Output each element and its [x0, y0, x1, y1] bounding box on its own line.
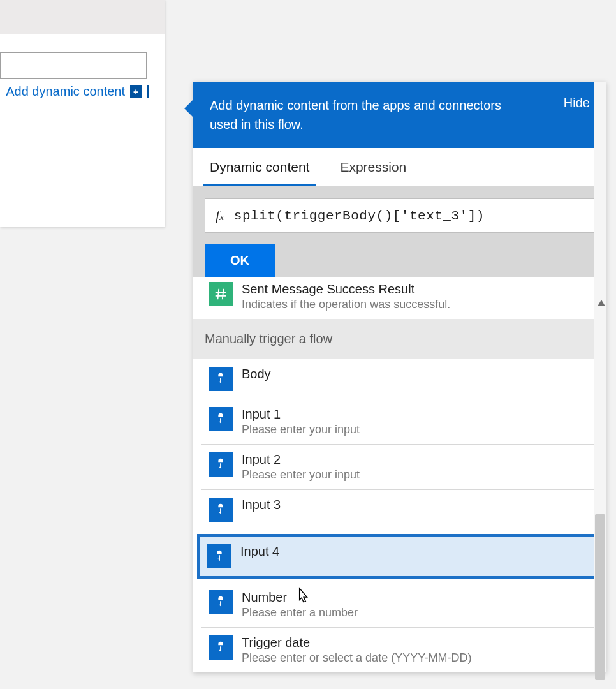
plus-icon[interactable]: +: [130, 85, 142, 98]
expression-area: fx split(triggerBody()['text_3']) OK: [193, 187, 606, 277]
item-title: Input 2: [242, 452, 360, 467]
item-sub: Please enter your input: [242, 423, 360, 436]
item-title: Number: [242, 590, 358, 605]
scroll-up-icon[interactable]: [598, 300, 605, 306]
item-sub: Please enter a number: [242, 606, 358, 619]
trigger-icon: [209, 590, 233, 614]
token-list: Sent Message Success Result Indicates if…: [193, 277, 606, 672]
list-item-input2[interactable]: Input 2 Please enter your input: [201, 445, 599, 490]
item-sub: Please enter your input: [242, 468, 360, 482]
item-title: Input 3: [242, 498, 281, 512]
ok-button[interactable]: OK: [205, 244, 275, 277]
trigger-icon: [207, 544, 231, 568]
item-title: Sent Message Success Result: [242, 282, 450, 297]
card-header: [0, 0, 165, 34]
list-item[interactable]: Sent Message Success Result Indicates if…: [201, 277, 599, 319]
add-dynamic-link[interactable]: Add dynamic content: [6, 84, 125, 99]
action-card: Add dynamic content +: [0, 0, 165, 227]
section-header: Manually trigger a flow: [193, 319, 606, 359]
plus-side: [147, 85, 149, 98]
tabs: Dynamic content Expression: [193, 148, 606, 187]
list-item-number[interactable]: Number Please enter a number: [201, 582, 599, 628]
item-title: Body: [242, 367, 271, 382]
flyout-arrow-icon: [184, 100, 193, 117]
trigger-icon: [209, 452, 233, 477]
expression-input[interactable]: fx split(triggerBody()['text_3']): [205, 198, 595, 233]
item-sub: Please enter or select a date (YYYY-MM-D…: [242, 651, 471, 665]
item-title: Trigger date: [242, 635, 471, 650]
flyout-header-text: Add dynamic content from the apps and co…: [210, 96, 516, 134]
item-sub: Indicates if the operation was successfu…: [242, 298, 450, 311]
add-dynamic-row[interactable]: Add dynamic content +: [0, 79, 165, 99]
list-item-trigger-date[interactable]: Trigger date Please enter or select a da…: [201, 628, 599, 672]
trigger-icon: [209, 407, 233, 431]
hide-button[interactable]: Hide: [564, 96, 590, 110]
tab-dynamic-content[interactable]: Dynamic content: [203, 148, 316, 186]
item-title: Input 4: [240, 544, 279, 559]
item-title: Input 1: [242, 407, 360, 422]
trigger-icon: [209, 498, 233, 522]
fx-icon: fx: [205, 207, 234, 224]
scrollbar[interactable]: [594, 82, 606, 672]
expression-code: split(triggerBody()['text_3']): [234, 209, 485, 223]
trigger-icon: [209, 367, 233, 391]
hash-icon: [209, 282, 233, 306]
list-item-input4[interactable]: Input 4: [197, 534, 603, 579]
list-item-body[interactable]: Body: [201, 359, 599, 399]
dynamic-content-flyout: Add dynamic content from the apps and co…: [193, 82, 606, 672]
flyout-header: Add dynamic content from the apps and co…: [193, 82, 606, 148]
tab-expression[interactable]: Expression: [334, 148, 413, 186]
list-item-input1[interactable]: Input 1 Please enter your input: [201, 399, 599, 445]
parameter-input[interactable]: [0, 52, 147, 79]
trigger-icon: [209, 635, 233, 660]
scrollbar-thumb[interactable]: [595, 514, 605, 680]
list-item-input3[interactable]: Input 3: [201, 490, 599, 530]
